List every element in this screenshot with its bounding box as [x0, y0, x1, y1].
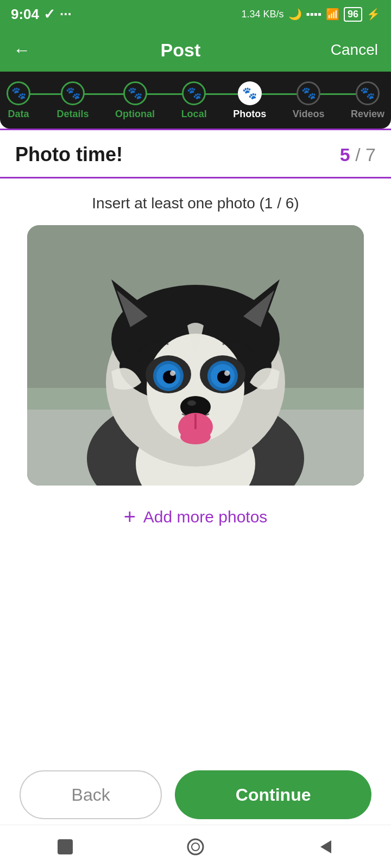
step-local-label: Local [181, 108, 207, 120]
step-review-label: Review [351, 108, 384, 120]
nav-back-button[interactable] [312, 833, 339, 860]
plus-icon: + [124, 505, 136, 528]
step-videos-circle: 🐾 [297, 81, 320, 105]
step-data[interactable]: 🐾 Data [7, 81, 30, 120]
content-area: Insert at least one photo (1 / 6) [0, 178, 391, 528]
back-arrow-icon [316, 837, 336, 857]
add-photos-button[interactable]: + Add more photos [124, 505, 268, 528]
husky-photo [27, 225, 364, 486]
svg-point-21 [170, 371, 175, 376]
data-speed: 1.34 KB/s [242, 9, 284, 20]
cancel-button[interactable]: Cancel [331, 41, 378, 59]
step-videos[interactable]: 🐾 Videos [293, 81, 325, 120]
wifi-icon: 📶 [326, 8, 339, 21]
bottom-buttons: Back Continue [0, 770, 391, 819]
add-photos-label: Add more photos [143, 508, 267, 526]
back-button[interactable]: ← [13, 40, 30, 60]
nav-square-button[interactable] [52, 833, 79, 860]
svg-point-22 [224, 371, 230, 376]
step-optional[interactable]: 🐾 Optional [115, 81, 155, 120]
svg-marker-31 [320, 840, 331, 853]
battery-badge: 96 [344, 7, 362, 22]
step-review[interactable]: 🐾 Review [351, 81, 384, 120]
checkmark-icon: ✓ [43, 6, 55, 23]
step-progress-bar: 🐾 Data 🐾 Details 🐾 Optional 🐾 Local 🐾 Ph… [0, 72, 391, 129]
svg-point-27 [180, 429, 211, 444]
step-current: 5 [340, 144, 350, 165]
svg-point-30 [192, 843, 199, 851]
step-local-circle: 🐾 [182, 81, 206, 105]
continue-button[interactable]: Continue [175, 770, 371, 819]
step-data-label: Data [8, 108, 29, 120]
charging-icon: ⚡ [367, 8, 380, 21]
step-details[interactable]: 🐾 Details [57, 81, 89, 120]
page-title: Photo time! [15, 143, 123, 166]
photo-container[interactable] [27, 225, 364, 486]
square-icon [55, 837, 75, 857]
step-photos[interactable]: 🐾 Photos [233, 81, 266, 120]
insert-instruction: Insert at least one photo (1 / 6) [92, 195, 299, 212]
step-videos-label: Videos [293, 108, 325, 120]
time-display: 9:04 [11, 6, 39, 23]
step-data-circle: 🐾 [7, 81, 30, 105]
page-step-indicator: 5 / 7 [340, 144, 376, 165]
status-time: 9:04 ✓ ··· [11, 6, 72, 23]
status-icons: 1.34 KB/s 🌙 ▪▪▪▪ 📶 96 ⚡ [242, 7, 380, 22]
step-local[interactable]: 🐾 Local [181, 81, 207, 120]
signal-icon: ▪▪▪▪ [306, 8, 321, 21]
nav-home-button[interactable] [182, 833, 209, 860]
step-photos-circle: 🐾 [238, 81, 262, 105]
svg-rect-28 [58, 839, 73, 854]
step-details-circle: 🐾 [61, 81, 85, 105]
step-optional-circle: 🐾 [123, 81, 147, 105]
svg-point-29 [188, 839, 203, 854]
step-review-circle: 🐾 [356, 81, 380, 105]
status-bar: 9:04 ✓ ··· 1.34 KB/s 🌙 ▪▪▪▪ 📶 96 ⚡ [0, 0, 391, 28]
circle-icon [186, 837, 205, 857]
step-icons-row: 🐾 Data 🐾 Details 🐾 Optional 🐾 Local 🐾 Ph… [7, 81, 384, 120]
step-details-label: Details [57, 108, 89, 120]
svg-point-24 [187, 400, 196, 406]
page-header: Photo time! 5 / 7 [0, 130, 391, 177]
step-total: / 7 [355, 144, 376, 165]
moon-icon: 🌙 [288, 8, 302, 21]
dots-icon: ··· [60, 6, 72, 23]
step-optional-label: Optional [115, 108, 155, 120]
back-button[interactable]: Back [20, 770, 162, 819]
app-header: ← Post Cancel [0, 28, 391, 72]
nav-bar [0, 825, 391, 868]
step-photos-label: Photos [233, 108, 266, 120]
header-title: Post [161, 40, 201, 61]
